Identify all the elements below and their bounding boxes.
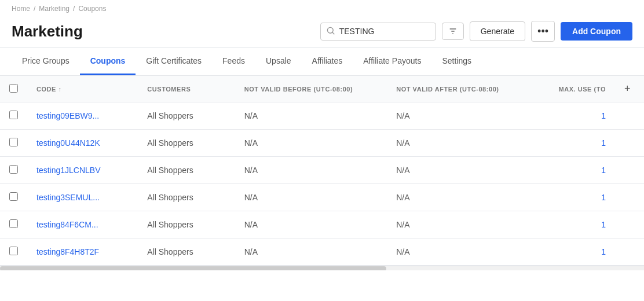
tab-affiliates[interactable]: Affiliates <box>302 48 353 75</box>
row-customers: All Shoppers <box>138 211 235 238</box>
row-code[interactable]: testing84F6CM... <box>27 211 138 238</box>
th-select-all[interactable] <box>0 76 27 102</box>
breadcrumb-current: Coupons <box>78 5 106 13</box>
more-button[interactable]: ••• <box>531 21 555 42</box>
th-not-valid-before-label: NOT VALID BEFORE (UTC-08:00) <box>244 86 353 93</box>
row-max-use: 1 <box>532 157 616 184</box>
row-checkbox-cell[interactable] <box>0 238 27 266</box>
th-customers-label: CUSTOMERS <box>147 86 191 93</box>
add-column-button[interactable]: + <box>624 83 631 95</box>
table-row: testing0U44N12K All Shoppers N/A N/A 1 <box>0 130 644 157</box>
row-checkbox-1[interactable] <box>9 138 18 146</box>
row-code[interactable]: testing0U44N12K <box>27 130 138 157</box>
th-max-use: MAX. USE (TO <box>532 76 616 102</box>
row-not-valid-before: N/A <box>235 102 387 130</box>
row-extra <box>615 130 644 157</box>
row-not-valid-before: N/A <box>235 184 387 211</box>
row-code[interactable]: testing09EBW9... <box>27 102 138 130</box>
row-checkbox-4[interactable] <box>9 219 18 228</box>
row-not-valid-before: N/A <box>235 157 387 184</box>
th-code-label: CODE ↑ <box>36 86 62 93</box>
coupon-code-link-4[interactable]: testing84F6CM... <box>36 220 98 229</box>
coupons-table-container: CODE ↑ CUSTOMERS NOT VALID BEFORE (UTC-0… <box>0 76 644 270</box>
row-max-use: 1 <box>532 211 616 238</box>
select-all-checkbox[interactable] <box>9 84 18 93</box>
table-row: testing84F6CM... All Shoppers N/A N/A 1 <box>0 211 644 238</box>
coupon-code-link-0[interactable]: testing09EBW9... <box>36 111 99 120</box>
row-checkbox-cell[interactable] <box>0 130 27 157</box>
row-not-valid-after: N/A <box>387 211 532 238</box>
table-row: testing3SEMUL... All Shoppers N/A N/A 1 <box>0 184 644 211</box>
coupon-code-link-5[interactable]: testing8F4H8T2F <box>36 247 99 256</box>
coupons-table: CODE ↑ CUSTOMERS NOT VALID BEFORE (UTC-0… <box>0 76 644 266</box>
table-row: testing8F4H8T2F All Shoppers N/A N/A 1 <box>0 238 644 266</box>
svg-line-1 <box>332 32 335 34</box>
row-extra <box>615 238 644 266</box>
row-max-use: 1 <box>532 184 616 211</box>
top-actions: Generate ••• Add Coupon <box>320 21 632 42</box>
row-extra <box>615 102 644 130</box>
table-row: testing1JLCNLBV All Shoppers N/A N/A 1 <box>0 157 644 184</box>
th-not-valid-after-label: NOT VALID AFTER (UTC-08:00) <box>396 86 499 93</box>
search-input[interactable] <box>339 27 430 36</box>
table-row: testing09EBW9... All Shoppers N/A N/A 1 <box>0 102 644 130</box>
tab-affiliate-payouts[interactable]: Affiliate Payouts <box>353 48 431 75</box>
row-max-use: 1 <box>532 102 616 130</box>
top-bar: Marketing Generate ••• Add Coupon <box>0 15 644 48</box>
coupon-code-link-2[interactable]: testing1JLCNLBV <box>36 166 101 175</box>
coupon-code-link-1[interactable]: testing0U44N12K <box>36 138 100 148</box>
row-checkbox-cell[interactable] <box>0 157 27 184</box>
row-not-valid-after: N/A <box>387 184 532 211</box>
row-not-valid-after: N/A <box>387 102 532 130</box>
filter-button[interactable] <box>442 23 464 40</box>
tab-feeds[interactable]: Feeds <box>212 48 255 75</box>
row-checkbox-0[interactable] <box>9 111 18 119</box>
page-title: Marketing <box>12 23 83 41</box>
coupon-code-link-3[interactable]: testing3SEMUL... <box>36 193 100 202</box>
svg-point-0 <box>327 27 333 33</box>
th-add-column[interactable]: + <box>615 76 644 102</box>
row-checkbox-3[interactable] <box>9 192 18 201</box>
row-customers: All Shoppers <box>138 184 235 211</box>
tab-settings[interactable]: Settings <box>431 48 482 75</box>
row-max-use: 1 <box>532 238 616 266</box>
tab-gift-certificates[interactable]: Gift Certificates <box>136 48 212 75</box>
row-checkbox-5[interactable] <box>9 247 18 255</box>
th-not-valid-before: NOT VALID BEFORE (UTC-08:00) <box>235 76 387 102</box>
row-extra <box>615 211 644 238</box>
th-code[interactable]: CODE ↑ <box>27 76 138 102</box>
row-extra <box>615 157 644 184</box>
breadcrumb-marketing[interactable]: Marketing <box>39 5 69 13</box>
row-extra <box>615 184 644 211</box>
row-code[interactable]: testing1JLCNLBV <box>27 157 138 184</box>
tabs-bar: Price Groups Coupons Gift Certificates F… <box>0 48 644 76</box>
row-checkbox-cell[interactable] <box>0 211 27 238</box>
add-coupon-button[interactable]: Add Coupon <box>561 22 632 41</box>
row-not-valid-before: N/A <box>235 130 387 157</box>
row-checkbox-2[interactable] <box>9 165 18 174</box>
horizontal-scrollbar[interactable] <box>0 266 644 270</box>
row-customers: All Shoppers <box>138 102 235 130</box>
row-not-valid-after: N/A <box>387 157 532 184</box>
row-customers: All Shoppers <box>138 238 235 266</box>
tab-coupons[interactable]: Coupons <box>80 48 136 75</box>
scrollbar-thumb[interactable] <box>0 266 386 270</box>
row-checkbox-cell[interactable] <box>0 184 27 211</box>
tab-price-groups[interactable]: Price Groups <box>12 48 80 75</box>
search-icon <box>327 27 335 36</box>
tab-upsale[interactable]: Upsale <box>255 48 302 75</box>
row-checkbox-cell[interactable] <box>0 102 27 130</box>
row-not-valid-before: N/A <box>235 211 387 238</box>
search-box <box>320 23 436 41</box>
th-customers: CUSTOMERS <box>138 76 235 102</box>
row-code[interactable]: testing3SEMUL... <box>27 184 138 211</box>
row-not-valid-after: N/A <box>387 238 532 266</box>
row-max-use: 1 <box>532 130 616 157</box>
breadcrumb: Home / Marketing / Coupons <box>0 0 644 15</box>
th-max-use-label: MAX. USE (TO <box>558 86 606 93</box>
generate-button[interactable]: Generate <box>470 21 525 41</box>
row-code[interactable]: testing8F4H8T2F <box>27 238 138 266</box>
breadcrumb-home[interactable]: Home <box>12 5 30 13</box>
row-customers: All Shoppers <box>138 130 235 157</box>
th-not-valid-after: NOT VALID AFTER (UTC-08:00) <box>387 76 532 102</box>
